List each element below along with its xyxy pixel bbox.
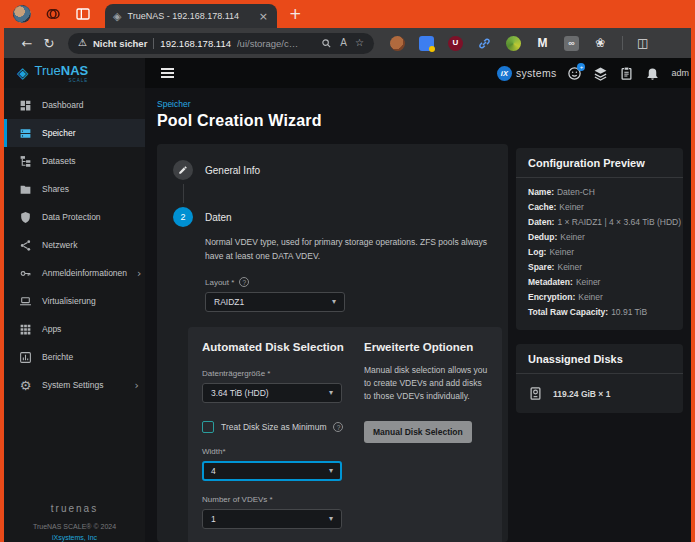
advanced-description: Manual disk selection allows you to crea… — [364, 364, 488, 404]
alerts-icon[interactable] — [645, 66, 660, 81]
datasets-icon — [19, 155, 32, 168]
ixsystems-logo[interactable]: iX systems — [497, 66, 557, 81]
sidebar-item-netzwerk[interactable]: Netzwerk — [4, 231, 145, 259]
sidebar-item-data-protection[interactable]: Data Protection — [4, 203, 145, 231]
url-path: /ui/storage/c… — [237, 38, 298, 49]
sidebar-item-apps[interactable]: Apps — [4, 315, 145, 343]
reload-button[interactable]: ↻ — [38, 37, 60, 50]
disk-selection-panel: Automated Disk Selection Datenträgergröß… — [188, 327, 502, 542]
step-edit-badge[interactable] — [173, 160, 193, 180]
folder-icon — [19, 183, 32, 196]
extension-icon-5[interactable] — [506, 36, 521, 51]
reports-chart-icon — [19, 351, 32, 364]
browser-profile-avatar[interactable] — [13, 5, 31, 23]
disk-size-select[interactable]: 3.64 TiB (HDD) ▾ — [202, 383, 342, 403]
help-icon[interactable]: ? — [239, 277, 249, 287]
footer-wordmark: truenas — [4, 503, 145, 514]
favorite-star-icon[interactable]: ☆ — [355, 38, 364, 48]
disk-size-label: Datenträgergröße * — [202, 369, 270, 378]
sidebar-item-dashboard[interactable]: Dashboard — [4, 91, 145, 119]
extension-link-icon[interactable] — [477, 36, 492, 51]
layout-select[interactable]: RAIDZ1 ▾ — [205, 292, 345, 312]
toolbar-divider — [622, 36, 623, 50]
vdev-description: Normal VDEV type, used for primary stora… — [205, 236, 507, 263]
disk-icon — [528, 386, 543, 401]
step-daten[interactable]: 2 Daten — [173, 207, 492, 227]
width-label: Width* — [202, 447, 226, 456]
step-number-badge: 2 — [173, 207, 193, 227]
manual-disk-selection-button[interactable]: Manual Disk Selection — [364, 421, 472, 443]
advanced-title: Erweiterte Optionen — [364, 340, 488, 355]
browser-toolbar: ← ↻ ⚠ Nicht sicher 192.168.178.114/ui/st… — [4, 28, 691, 58]
app-header: ◈ TrueNASSCALE iX systems + — [4, 58, 691, 88]
sidebar-item-speicher[interactable]: Speicher — [4, 119, 145, 147]
extension-icon-6[interactable]: M — [535, 36, 550, 51]
feedback-icon[interactable]: + — [567, 66, 582, 81]
address-divider — [153, 38, 154, 49]
configuration-preview-card: Configuration Preview Name:Daten-CH Cach… — [516, 148, 683, 330]
truenas-app: ◈ TrueNASSCALE iX systems + — [4, 58, 691, 542]
chevron-down-icon: ▾ — [332, 298, 336, 306]
automated-disk-selection: Automated Disk Selection Datenträgergröß… — [202, 340, 350, 529]
workspaces-icon[interactable] — [45, 6, 61, 22]
extension-icon-3[interactable]: U — [448, 36, 463, 51]
sidebar-item-virtualisierung[interactable]: Virtualisierung — [4, 287, 145, 315]
browser-tab[interactable]: ◈ TrueNAS - 192.168.178.114 × — [105, 4, 277, 28]
pencil-icon — [178, 165, 188, 175]
chevron-right-icon: › — [137, 268, 141, 279]
read-aloud-icon[interactable]: A — [340, 38, 347, 48]
jobs-icon[interactable] — [619, 66, 634, 81]
truenas-logo[interactable]: ◈ TrueNASSCALE — [4, 58, 145, 88]
tab-favicon-icon: ◈ — [113, 11, 121, 22]
new-tab-button[interactable]: + — [289, 7, 302, 22]
width-select[interactable]: 4 ▾ — [202, 461, 342, 481]
vertical-tabs-icon[interactable] — [75, 6, 91, 22]
split-screen-icon[interactable]: ◫ — [637, 36, 648, 50]
menu-toggle-icon[interactable] — [161, 68, 174, 78]
unassigned-title: Unassigned Disks — [516, 344, 683, 374]
sidebar-item-system-settings[interactable]: ⚙ System Settings › — [4, 371, 145, 399]
step-general-info[interactable]: General Info — [173, 160, 492, 180]
page-title: Pool Creation Wizard — [157, 112, 683, 130]
sidebar-item-anmeldeinformationen[interactable]: Anmeldeinformationen › — [4, 259, 145, 287]
preview-row: Daten:1 × RAIDZ1 | 4 × 3.64 TiB (HDD) — [528, 215, 671, 230]
brand-subtext: SCALE — [35, 79, 89, 84]
sidebar-item-berichte[interactable]: Berichte — [4, 343, 145, 371]
extension-icon-2[interactable] — [419, 36, 434, 51]
preview-row: Cache:Keiner — [528, 200, 671, 215]
footer-copyright: TrueNAS SCALE® © 2024 — [4, 523, 145, 530]
not-secure-warning-icon: ⚠ — [78, 38, 87, 48]
extensions-area: U M ∞ ❀ ◫ — [390, 36, 648, 51]
address-bar[interactable]: ⚠ Nicht sicher 192.168.178.114/ui/storag… — [68, 33, 374, 54]
search-icon[interactable] — [321, 38, 332, 49]
sidebar: Dashboard Speicher Datasets Shares Data … — [4, 88, 145, 542]
close-icon[interactable]: × — [258, 11, 269, 22]
step-connector — [183, 184, 184, 203]
unassigned-disk-row: 119.24 GiB × 1 — [516, 374, 683, 413]
vdev-count-select[interactable]: 1 ▾ — [202, 509, 342, 529]
preview-row: Name:Daten-CH — [528, 185, 671, 200]
treat-min-checkbox[interactable] — [202, 421, 214, 433]
security-label[interactable]: Nicht sicher — [93, 38, 147, 49]
extension-icon-7[interactable]: ∞ — [564, 36, 579, 51]
preview-title: Configuration Preview — [516, 148, 683, 178]
cookie-extension-icon[interactable]: ❀ — [593, 36, 608, 51]
sidebar-item-datasets[interactable]: Datasets — [4, 147, 145, 175]
apps-grid-icon — [19, 323, 32, 336]
chevron-down-icon: ▾ — [329, 515, 333, 523]
breadcrumb[interactable]: Speicher — [157, 99, 683, 109]
help-icon[interactable]: ? — [333, 422, 343, 432]
user-menu[interactable]: adm — [671, 68, 689, 78]
brand-text: TrueNASSCALE — [35, 62, 89, 84]
truecommand-icon[interactable] — [593, 66, 608, 81]
network-icon — [19, 239, 32, 252]
extension-icon-1[interactable] — [390, 36, 405, 51]
sidebar-item-shares[interactable]: Shares — [4, 175, 145, 203]
chevron-down-icon: ▾ — [329, 389, 333, 397]
key-icon — [19, 267, 32, 280]
browser-body: ← ↻ ⚠ Nicht sicher 192.168.178.114/ui/st… — [4, 28, 691, 542]
browser-tab-strip: ◈ TrueNAS - 192.168.178.114 × + — [0, 0, 695, 28]
back-button[interactable]: ← — [16, 37, 38, 50]
footer-link[interactable]: iXsystems, Inc — [4, 534, 145, 541]
treat-min-checkbox-row[interactable]: Treat Disk Size as Minimum ? — [202, 421, 350, 433]
